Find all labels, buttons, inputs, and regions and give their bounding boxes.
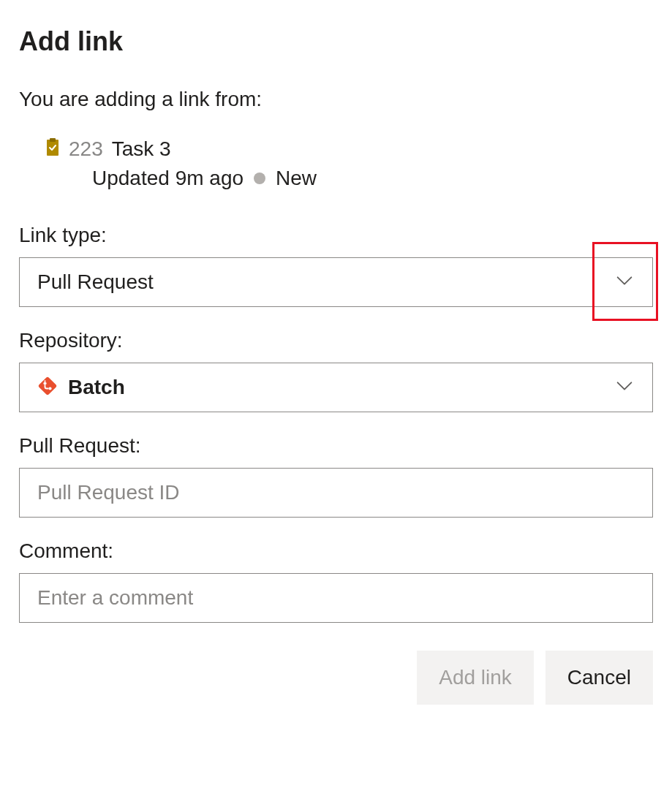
- git-repo-icon: [37, 376, 58, 399]
- comment-label: Comment:: [19, 539, 653, 563]
- pull-request-input[interactable]: [19, 468, 653, 518]
- chevron-down-icon: [614, 376, 635, 399]
- dialog-subtitle: You are adding a link from:: [19, 88, 653, 111]
- dialog-button-row: Add link Cancel: [19, 651, 653, 705]
- work-item-state: New: [276, 167, 317, 190]
- svg-rect-1: [50, 138, 56, 142]
- work-item-summary: 223 Task 3 Updated 9m ago New: [19, 137, 653, 190]
- svg-point-3: [43, 382, 46, 384]
- pull-request-label: Pull Request:: [19, 434, 653, 458]
- link-type-label: Link type:: [19, 224, 653, 247]
- cancel-button[interactable]: Cancel: [545, 651, 653, 705]
- link-type-value: Pull Request: [37, 270, 614, 294]
- svg-rect-0: [47, 140, 58, 156]
- link-type-dropdown[interactable]: Pull Request: [19, 257, 653, 307]
- svg-rect-2: [38, 376, 57, 395]
- state-dot-icon: [254, 173, 265, 184]
- chevron-down-icon: [614, 270, 635, 294]
- work-item-title: Task 3: [112, 137, 171, 161]
- work-item-header: 223 Task 3: [45, 137, 653, 161]
- clipboard-icon: [45, 137, 60, 161]
- comment-input[interactable]: [19, 573, 653, 623]
- svg-point-4: [48, 387, 51, 390]
- add-link-button[interactable]: Add link: [417, 651, 534, 705]
- work-item-id: 223: [69, 137, 103, 161]
- work-item-updated: Updated 9m ago: [92, 167, 243, 190]
- repository-value: Batch: [68, 376, 614, 399]
- repository-label: Repository:: [19, 329, 653, 352]
- dialog-title: Add link: [19, 26, 653, 57]
- work-item-meta: Updated 9m ago New: [45, 167, 653, 190]
- repository-dropdown[interactable]: Batch: [19, 363, 653, 412]
